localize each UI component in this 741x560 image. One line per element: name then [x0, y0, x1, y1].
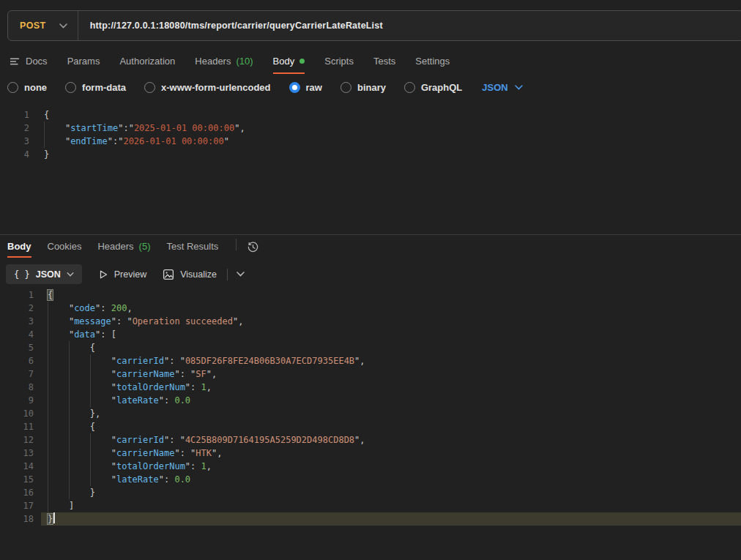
text-cursor — [53, 512, 55, 523]
tab-label: Headers — [97, 241, 133, 252]
indent-guide — [69, 486, 70, 499]
radio-icon — [144, 82, 155, 93]
chevron-down-icon[interactable] — [237, 272, 245, 277]
line-number: 7 — [0, 367, 34, 381]
code-line: 14 "totalOrderNum": 1, — [0, 460, 741, 473]
tab-authorization[interactable]: Authorization — [119, 51, 175, 74]
indent-guide — [69, 420, 70, 433]
indent-guide — [44, 135, 45, 148]
indent-guide — [48, 407, 48, 420]
code-line: 6 "carrierId": "085DF26F8FE24B06B30A7ECD… — [0, 354, 741, 367]
tab-label: Docs — [26, 56, 48, 67]
raw-language-dropdown[interactable]: JSON — [482, 82, 522, 93]
tab-params[interactable]: Params — [67, 51, 100, 74]
indent-guide — [69, 473, 70, 486]
response-tabs-divider — [236, 239, 237, 250]
code-line: 12 "carrierId": "4C25B809D7164195A5259D2… — [0, 433, 741, 447]
indent-guide — [48, 420, 48, 433]
docs-list-icon — [10, 57, 21, 66]
indent-guide — [48, 341, 48, 354]
code-line: 17 ] — [0, 499, 741, 512]
indent-guide — [90, 460, 91, 473]
line-number: 18 — [0, 512, 34, 526]
line-number: 9 — [0, 394, 34, 407]
code-line: 10 }, — [0, 407, 741, 420]
indent-guide — [90, 433, 91, 447]
request-tabs: Docs Params Authorization Headers (10) B… — [10, 51, 741, 74]
tab-label: Headers — [195, 56, 231, 67]
toolbar-divider — [227, 269, 228, 280]
response-format-dropdown[interactable]: { } JSON — [6, 264, 82, 284]
line-number: 4 — [0, 148, 29, 161]
tab-label: Cookies — [48, 241, 82, 252]
tab-cookies[interactable]: Cookies — [48, 239, 82, 258]
line-number: 3 — [0, 135, 29, 148]
response-tabs: Body Cookies Headers (5) Test Results — [7, 239, 259, 258]
body-type-x-www-form-urlencoded[interactable]: x-www-form-urlencoded — [144, 82, 271, 93]
json-braces-icon: { } — [14, 269, 30, 280]
body-type-binary[interactable]: binary — [340, 82, 386, 93]
code-line: 9 "lateRate": 0.0 — [0, 394, 741, 407]
indent-guide — [69, 381, 70, 394]
url-input[interactable]: http://127.0.0.1:18080/tms/report/carrie… — [78, 20, 383, 31]
code-line: 3 "message": "Operation succeeded", — [0, 315, 741, 328]
line-number: 17 — [0, 499, 34, 512]
indent-guide — [48, 381, 48, 394]
indent-guide — [48, 447, 48, 460]
response-toolbar: { } JSON Preview Visualize — [6, 264, 245, 284]
method-selector[interactable]: POST — [8, 20, 59, 31]
tab-tests[interactable]: Tests — [373, 51, 395, 74]
line-number: 15 — [0, 473, 34, 486]
code-line: 2 "startTime":"2025-01-01 00:00:00", — [0, 122, 741, 135]
response-headers-count-badge: (5) — [139, 241, 151, 252]
body-type-form-data[interactable]: form-data — [65, 82, 126, 93]
line-number: 2 — [0, 302, 34, 315]
tab-response-body[interactable]: Body — [7, 239, 31, 258]
tab-headers[interactable]: Headers (10) — [195, 51, 253, 74]
line-number: 2 — [0, 122, 29, 135]
body-type-raw[interactable]: raw — [289, 82, 322, 93]
tab-label: Scripts — [324, 56, 354, 67]
line-number: 5 — [0, 341, 34, 354]
tab-label: Authorization — [119, 56, 175, 67]
tab-label: Test Results — [167, 241, 219, 252]
line-number: 1 — [0, 108, 29, 122]
indent-guide — [48, 315, 48, 328]
line-number: 1 — [0, 288, 34, 302]
tab-body[interactable]: Body — [273, 51, 305, 74]
indent-guide — [69, 433, 70, 447]
body-type-graphql[interactable]: GraphQL — [404, 82, 462, 93]
indent-guide — [69, 354, 70, 367]
tab-test-results[interactable]: Test Results — [167, 239, 219, 258]
radio-selected-icon — [289, 82, 300, 93]
tab-response-headers[interactable]: Headers (5) — [97, 239, 150, 258]
tab-settings[interactable]: Settings — [415, 51, 450, 74]
body-type-none[interactable]: none — [7, 82, 47, 93]
code-line: 16 } — [0, 486, 741, 499]
indent-guide — [90, 473, 91, 486]
indent-guide — [48, 394, 48, 407]
indent-guide — [69, 447, 70, 460]
indent-guide — [48, 433, 48, 447]
history-icon[interactable] — [247, 241, 259, 253]
indent-guide — [69, 394, 70, 407]
indent-guide — [69, 460, 70, 473]
code-line: 5 { — [0, 341, 741, 354]
preview-button[interactable]: Preview — [98, 269, 146, 280]
indent-guide — [48, 499, 48, 512]
indent-guide — [90, 394, 91, 407]
response-body-viewer[interactable]: 1{2 "code": 200,3 "message": "Operation … — [0, 288, 741, 526]
code-line: 1{ — [0, 288, 741, 302]
indent-guide — [90, 381, 91, 394]
line-number: 10 — [0, 407, 34, 420]
line-number: 8 — [0, 381, 34, 394]
chevron-down-icon[interactable] — [59, 23, 67, 29]
tab-label: Settings — [415, 56, 450, 67]
api-client-window: POST http://127.0.0.1:18080/tms/report/c… — [0, 0, 741, 560]
indent-guide — [44, 122, 45, 135]
visualize-button[interactable]: Visualize — [163, 269, 217, 280]
request-body-editor[interactable]: 1{2 "startTime":"2025-01-01 00:00:00",3 … — [0, 108, 741, 161]
code-line: 11 { — [0, 420, 741, 433]
tab-docs[interactable]: Docs — [10, 51, 48, 74]
tab-scripts[interactable]: Scripts — [324, 51, 354, 74]
